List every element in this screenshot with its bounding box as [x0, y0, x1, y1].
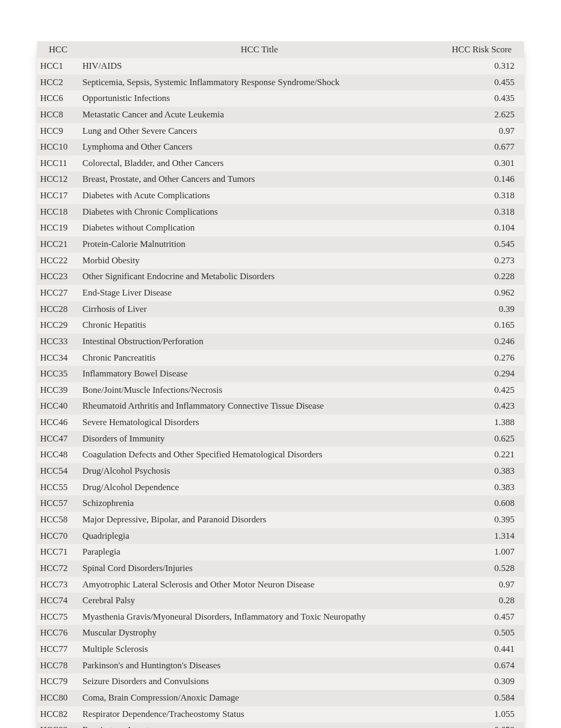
- table-row: HCC70Quadriplegia1.314: [37, 528, 524, 545]
- cell-hcc: HCC1: [37, 58, 79, 75]
- cell-hcc: HCC82: [37, 706, 79, 723]
- table-row: HCC72Spinal Cord Disorders/Injuries0.528: [37, 560, 524, 577]
- cell-title: Lung and Other Severe Cancers: [79, 123, 440, 140]
- table-row: HCC39Bone/Joint/Muscle Infections/Necros…: [37, 382, 524, 399]
- table-row: HCC29Chronic Hepatitis0.165: [37, 317, 524, 334]
- cell-score: 0.528: [440, 560, 524, 577]
- cell-title: Other Significant Endocrine and Metaboli…: [79, 269, 440, 285]
- cell-score: 0.301: [440, 155, 524, 172]
- cell-score: 0.658: [440, 722, 524, 728]
- table-row: HCC40Rheumatoid Arthritis and Inflammato…: [37, 398, 524, 414]
- table-row: HCC57Schizophrenia0.608: [37, 495, 524, 512]
- cell-title: Drug/Alcohol Dependence: [79, 480, 440, 496]
- cell-score: 0.276: [440, 350, 524, 366]
- table-row: HCC35Inflammatory Bowel Disease0.294: [37, 366, 524, 382]
- cell-score: 0.625: [440, 431, 524, 447]
- cell-score: 1.055: [440, 706, 524, 723]
- cell-hcc: HCC21: [37, 236, 79, 253]
- table-row: HCC75Myasthenia Gravis/Myoneural Disorde…: [37, 609, 524, 625]
- cell-hcc: HCC74: [37, 593, 79, 609]
- cell-hcc: HCC47: [37, 431, 79, 447]
- cell-score: 0.28: [440, 593, 524, 609]
- cell-score: 0.146: [440, 171, 524, 188]
- cell-score: 0.294: [440, 366, 524, 382]
- table-row: HCC10Lymphoma and Other Cancers0.677: [37, 139, 524, 155]
- cell-title: Respirator Dependence/Tracheostomy Statu…: [79, 706, 440, 723]
- cell-title: Cerebral Palsy: [79, 593, 440, 609]
- table-row: HCC78Parkinson's and Huntington's Diseas…: [37, 658, 524, 674]
- cell-score: 0.441: [440, 641, 524, 658]
- col-header-hcc: HCC: [37, 41, 79, 58]
- cell-title: Inflammatory Bowel Disease: [79, 366, 440, 382]
- table-row: HCC71Paraplegia1.007: [37, 544, 524, 560]
- table-row: HCC46Severe Hematological Disorders1.388: [37, 414, 524, 431]
- cell-score: 0.505: [440, 625, 524, 641]
- cell-hcc: HCC83: [37, 722, 79, 728]
- cell-title: Lymphoma and Other Cancers: [79, 139, 440, 155]
- cell-title: Parkinson's and Huntington's Diseases: [79, 658, 440, 674]
- cell-score: 0.545: [440, 236, 524, 253]
- cell-score: 0.309: [440, 674, 524, 690]
- cell-hcc: HCC27: [37, 285, 79, 301]
- cell-title: Paraplegia: [79, 544, 440, 560]
- table-container: HCC HCC Title HCC Risk Score HCC1HIV/AID…: [37, 41, 524, 728]
- cell-title: Protein-Calorie Malnutrition: [79, 236, 440, 253]
- cell-title: Rheumatoid Arthritis and Inflammatory Co…: [79, 398, 440, 414]
- cell-title: Major Depressive, Bipolar, and Paranoid …: [79, 512, 440, 528]
- cell-score: 0.383: [440, 480, 524, 496]
- cell-hcc: HCC76: [37, 625, 79, 641]
- cell-hcc: HCC40: [37, 398, 79, 414]
- table-header-row: HCC HCC Title HCC Risk Score: [37, 41, 524, 58]
- cell-hcc: HCC35: [37, 366, 79, 382]
- cell-title: Severe Hematological Disorders: [79, 414, 440, 431]
- table-row: HCC79Seizure Disorders and Convulsions0.…: [37, 674, 524, 690]
- table-row: HCC47Disorders of Immunity0.625: [37, 431, 524, 447]
- table-row: HCC21Protein-Calorie Malnutrition0.545: [37, 236, 524, 253]
- cell-title: Morbid Obesity: [79, 253, 440, 269]
- cell-title: Chronic Pancreatitis: [79, 350, 440, 366]
- table-row: HCC18Diabetes with Chronic Complications…: [37, 204, 524, 220]
- col-header-title: HCC Title: [79, 41, 440, 58]
- table-row: HCC33Intestinal Obstruction/Perforation0…: [37, 334, 524, 350]
- cell-hcc: HCC29: [37, 317, 79, 334]
- hcc-table: HCC HCC Title HCC Risk Score HCC1HIV/AID…: [37, 41, 524, 728]
- cell-score: 1.388: [440, 414, 524, 431]
- table-row: HCC8Metastatic Cancer and Acute Leukemia…: [37, 107, 524, 123]
- cell-title: Cirrhosis of Liver: [79, 301, 440, 318]
- cell-hcc: HCC2: [37, 75, 79, 91]
- table-row: HCC2Septicemia, Sepsis, Systemic Inflamm…: [37, 75, 524, 91]
- table-row: HCC17Diabetes with Acute Complications0.…: [37, 188, 524, 204]
- cell-score: 0.221: [440, 447, 524, 463]
- table-row: HCC19Diabetes without Complication0.104: [37, 220, 524, 236]
- cell-title: Seizure Disorders and Convulsions: [79, 674, 440, 690]
- cell-hcc: HCC34: [37, 350, 79, 366]
- table-row: HCC82Respirator Dependence/Tracheostomy …: [37, 706, 524, 723]
- cell-title: Breast, Prostate, and Other Cancers and …: [79, 171, 440, 188]
- cell-title: Spinal Cord Disorders/Injuries: [79, 560, 440, 577]
- cell-score: 0.273: [440, 253, 524, 269]
- cell-hcc: HCC22: [37, 253, 79, 269]
- cell-hcc: HCC10: [37, 139, 79, 155]
- cell-score: 0.962: [440, 285, 524, 301]
- cell-title: Multiple Sclerosis: [79, 641, 440, 658]
- cell-score: 0.677: [440, 139, 524, 155]
- cell-title: Colorectal, Bladder, and Other Cancers: [79, 155, 440, 172]
- cell-score: 0.97: [440, 577, 524, 593]
- table-row: HCC22Morbid Obesity0.273: [37, 253, 524, 269]
- cell-title: Diabetes with Chronic Complications: [79, 204, 440, 220]
- table-row: HCC83Respiratory Arrest0.658: [37, 722, 524, 728]
- cell-title: Diabetes with Acute Complications: [79, 188, 440, 204]
- cell-hcc: HCC19: [37, 220, 79, 236]
- cell-score: 2.625: [440, 107, 524, 123]
- table-row: HCC74Cerebral Palsy0.28: [37, 593, 524, 609]
- table-row: HCC80Coma, Brain Compression/Anoxic Dama…: [37, 690, 524, 706]
- cell-title: Amyotrophic Lateral Sclerosis and Other …: [79, 577, 440, 593]
- cell-title: Septicemia, Sepsis, Systemic Inflammator…: [79, 75, 440, 91]
- table-row: HCC77Multiple Sclerosis0.441: [37, 641, 524, 658]
- cell-hcc: HCC54: [37, 463, 79, 480]
- cell-hcc: HCC12: [37, 171, 79, 188]
- cell-score: 0.318: [440, 204, 524, 220]
- table-row: HCC11Colorectal, Bladder, and Other Canc…: [37, 155, 524, 172]
- cell-title: Myasthenia Gravis/Myoneural Disorders, I…: [79, 609, 440, 625]
- cell-title: Disorders of Immunity: [79, 431, 440, 447]
